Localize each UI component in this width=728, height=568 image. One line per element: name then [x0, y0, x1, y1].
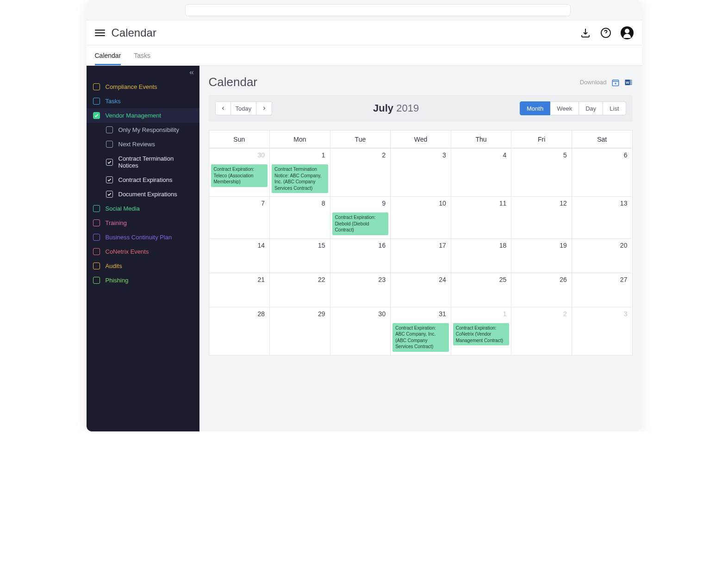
window-dot[interactable] — [104, 7, 110, 13]
day-cell[interactable]: 7 — [209, 196, 270, 238]
checkbox[interactable] — [93, 248, 100, 255]
day-cell[interactable]: 27 — [572, 273, 632, 307]
tab-calendar[interactable]: Calendar — [95, 52, 121, 65]
window-dot[interactable] — [93, 7, 99, 13]
day-cell[interactable]: 13 — [572, 196, 632, 238]
download-icon[interactable] — [580, 27, 591, 38]
sidebar-item[interactable]: Business Continuity Plan — [87, 230, 199, 244]
sidebar-item[interactable]: Contract Termination Notices — [87, 151, 199, 173]
calendar-event[interactable]: Contract Expiration: CoNetrix (Vendor Ma… — [453, 323, 510, 346]
download-label: Download — [580, 79, 607, 86]
day-cell[interactable]: 22 — [269, 273, 330, 307]
day-cell[interactable]: 9Contract Expiration: Diebold (Diebold C… — [330, 196, 391, 238]
day-cell[interactable]: 16 — [330, 238, 391, 273]
sidebar-item[interactable]: Phishing — [87, 273, 199, 287]
day-cell[interactable]: 15 — [269, 238, 330, 273]
day-cell[interactable]: 2 — [330, 148, 391, 196]
day-number: 12 — [560, 200, 567, 207]
avatar-icon[interactable] — [621, 26, 634, 39]
checkbox[interactable] — [93, 98, 100, 105]
day-cell[interactable]: 10 — [390, 196, 451, 238]
day-cell[interactable]: 29 — [269, 307, 330, 355]
today-button[interactable]: Today — [231, 101, 257, 115]
day-cell[interactable]: 25 — [451, 273, 511, 307]
view-month-button[interactable]: Month — [520, 101, 550, 115]
tab-tasks[interactable]: Tasks — [134, 52, 150, 65]
day-cell[interactable]: 21 — [209, 273, 270, 307]
prev-button[interactable] — [215, 101, 231, 115]
calendar-event[interactable]: Contract Expiration: Teleco (Association… — [211, 164, 268, 187]
day-cell[interactable]: 26 — [511, 273, 572, 307]
download-calendar-icon[interactable] — [611, 78, 620, 87]
checkbox[interactable] — [93, 277, 100, 284]
checkbox[interactable] — [106, 141, 113, 148]
day-cell[interactable]: 1Contract Expiration: CoNetrix (Vendor M… — [451, 307, 511, 355]
day-cell[interactable]: 14 — [209, 238, 270, 273]
day-cell[interactable]: 18 — [451, 238, 511, 273]
day-number: 15 — [318, 242, 325, 249]
day-number: 31 — [439, 310, 446, 318]
help-icon[interactable] — [600, 27, 611, 38]
day-cell[interactable]: 19 — [511, 238, 572, 273]
sidebar-item[interactable]: Only My Responsibility — [87, 123, 199, 137]
day-cell[interactable]: 3 — [390, 148, 451, 196]
download-word-icon[interactable]: W — [624, 78, 633, 87]
day-number: 26 — [560, 276, 567, 283]
day-number: 5 — [563, 151, 567, 159]
next-button[interactable] — [256, 101, 272, 115]
checkbox[interactable] — [106, 126, 113, 133]
address-bar[interactable] — [185, 4, 571, 16]
day-cell[interactable]: 28 — [209, 307, 270, 355]
checkbox[interactable] — [93, 112, 100, 119]
day-number: 23 — [379, 276, 386, 283]
day-cell[interactable]: 23 — [330, 273, 391, 307]
checkbox[interactable] — [93, 83, 100, 90]
menu-icon[interactable] — [95, 28, 105, 38]
sidebar-item[interactable]: Social Media — [87, 201, 199, 216]
day-cell[interactable]: 17 — [390, 238, 451, 273]
sidebar-item[interactable]: Tasks — [87, 94, 199, 108]
checkbox[interactable] — [106, 176, 113, 183]
checkbox[interactable] — [93, 205, 100, 212]
day-cell[interactable]: 8 — [269, 196, 330, 238]
sidebar-item[interactable]: CoNetrix Events — [87, 244, 199, 259]
sidebar-item[interactable]: Document Expirations — [87, 187, 199, 201]
day-number: 16 — [379, 242, 386, 249]
sidebar-item[interactable]: Audits — [87, 259, 199, 273]
day-cell[interactable]: 4 — [451, 148, 511, 196]
day-cell[interactable]: 2 — [511, 307, 572, 355]
checkbox[interactable] — [93, 234, 100, 241]
sidebar-item[interactable]: Compliance Events — [87, 80, 199, 94]
checkbox[interactable] — [106, 159, 113, 166]
window-dot[interactable] — [114, 7, 120, 13]
checkbox[interactable] — [106, 191, 113, 198]
calendar-event[interactable]: Contract Expiration: ABC Company, Inc. (… — [392, 323, 449, 352]
day-number: 19 — [560, 242, 567, 249]
sidebar-item-label: Training — [106, 219, 127, 226]
day-cell[interactable]: 30 — [330, 307, 391, 355]
sidebar-item[interactable]: Training — [87, 216, 199, 230]
day-number: 28 — [257, 310, 265, 318]
calendar-event[interactable]: Contract Expiration: Diebold (Diebold Co… — [332, 212, 389, 235]
sidebar-item[interactable]: Contract Expirations — [87, 173, 199, 187]
view-day-button[interactable]: Day — [579, 101, 603, 115]
day-cell[interactable]: 5 — [511, 148, 572, 196]
sidebar-item[interactable]: Vendor Management — [87, 108, 199, 123]
day-cell[interactable]: 30Contract Expiration: Teleco (Associati… — [209, 148, 270, 196]
day-cell[interactable]: 20 — [572, 238, 632, 273]
sidebar-item-label: Contract Termination Notices — [118, 155, 193, 169]
day-cell[interactable]: 3 — [572, 307, 632, 355]
calendar-event[interactable]: Contract Termination Notice: ABC Company… — [272, 164, 328, 193]
checkbox[interactable] — [93, 262, 100, 269]
view-list-button[interactable]: List — [603, 101, 626, 115]
day-cell[interactable]: 24 — [390, 273, 451, 307]
sidebar-item[interactable]: Next Reviews — [87, 137, 199, 151]
day-cell[interactable]: 11 — [451, 196, 511, 238]
checkbox[interactable] — [93, 219, 100, 226]
day-cell[interactable]: 31Contract Expiration: ABC Company, Inc.… — [390, 307, 451, 355]
day-cell[interactable]: 1Contract Termination Notice: ABC Compan… — [269, 148, 330, 196]
collapse-sidebar-icon[interactable] — [188, 69, 195, 77]
day-cell[interactable]: 6 — [572, 148, 632, 196]
day-cell[interactable]: 12 — [511, 196, 572, 238]
view-week-button[interactable]: Week — [550, 101, 579, 115]
